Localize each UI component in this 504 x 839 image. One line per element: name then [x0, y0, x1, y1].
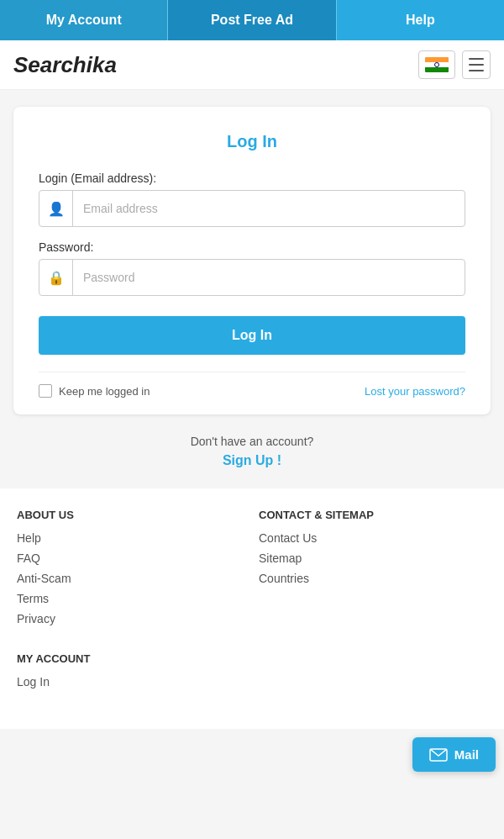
footer-link-contact-us[interactable]: Contact Us	[259, 531, 487, 545]
signup-section: Don't have an account? Sign Up !	[0, 435, 504, 468]
password-label: Password:	[39, 240, 465, 254]
footer-contact-title: CONTACT & SITEMAP	[259, 509, 487, 521]
main-content: Log In Login (Email address): 👤 Password…	[0, 107, 504, 468]
keep-logged-in-group: Keep me logged in	[39, 384, 150, 398]
user-icon: 👤	[39, 191, 73, 226]
password-input[interactable]	[73, 262, 465, 293]
footer-link-privacy[interactable]: Privacy	[17, 612, 245, 625]
nav-help[interactable]: Help	[337, 0, 504, 40]
site-logo: Searchika	[13, 52, 117, 78]
footer-my-account-title: MY ACCOUNT	[17, 652, 245, 665]
top-nav: My Account Post Free Ad Help	[0, 0, 504, 40]
password-input-wrapper: 🔒	[39, 259, 465, 296]
header-actions	[418, 50, 491, 79]
footer-link-faq[interactable]: FAQ	[17, 551, 245, 565]
language-flag-button[interactable]	[418, 50, 455, 79]
mail-button-label: Mail	[454, 747, 479, 762]
footer-about-section: ABOUT US Help FAQ Anti-Scam Terms Privac…	[17, 509, 245, 632]
nav-my-account[interactable]: My Account	[0, 0, 167, 40]
keep-logged-in-label: Keep me logged in	[59, 385, 150, 398]
hamburger-line-3	[469, 70, 484, 71]
mail-icon	[429, 748, 448, 762]
password-form-group: Password: 🔒	[39, 240, 465, 296]
header: Searchika	[0, 40, 504, 90]
email-label: Login (Email address):	[39, 171, 465, 185]
lock-icon: 🔒	[39, 260, 73, 295]
nav-post-free-ad[interactable]: Post Free Ad	[168, 0, 335, 40]
login-card: Log In Login (Email address): 👤 Password…	[13, 107, 491, 414]
footer-link-login[interactable]: Log In	[17, 675, 245, 689]
hamburger-line-2	[469, 64, 484, 66]
footer-link-help[interactable]: Help	[17, 531, 245, 545]
footer: ABOUT US Help FAQ Anti-Scam Terms Privac…	[0, 488, 504, 729]
signup-link[interactable]: Sign Up !	[0, 453, 504, 468]
login-footer: Keep me logged in Lost your password?	[39, 372, 465, 398]
login-button[interactable]: Log In	[39, 316, 465, 355]
mail-button[interactable]: Mail	[412, 737, 496, 772]
email-input[interactable]	[73, 193, 465, 224]
footer-link-sitemap[interactable]: Sitemap	[259, 551, 487, 565]
india-flag-icon	[425, 57, 449, 72]
footer-about-title: ABOUT US	[17, 509, 245, 521]
hamburger-menu-button[interactable]	[462, 50, 491, 79]
email-form-group: Login (Email address): 👤	[39, 171, 465, 227]
footer-link-anti-scam[interactable]: Anti-Scam	[17, 572, 245, 585]
footer-my-account-section: MY ACCOUNT Log In	[17, 652, 245, 695]
footer-link-countries[interactable]: Countries	[259, 572, 487, 585]
flag-green-stripe	[425, 67, 449, 72]
footer-link-terms[interactable]: Terms	[17, 592, 245, 605]
login-title: Log In	[39, 132, 465, 151]
keep-logged-in-checkbox[interactable]	[39, 384, 52, 398]
no-account-text: Don't have an account?	[191, 435, 314, 448]
footer-contact-section: CONTACT & SITEMAP Contact Us Sitemap Cou…	[259, 509, 487, 632]
hamburger-line-1	[469, 58, 484, 60]
email-input-wrapper: 👤	[39, 190, 465, 227]
forgot-password-link[interactable]: Lost your password?	[365, 385, 465, 398]
footer-grid: ABOUT US Help FAQ Anti-Scam Terms Privac…	[17, 509, 487, 695]
